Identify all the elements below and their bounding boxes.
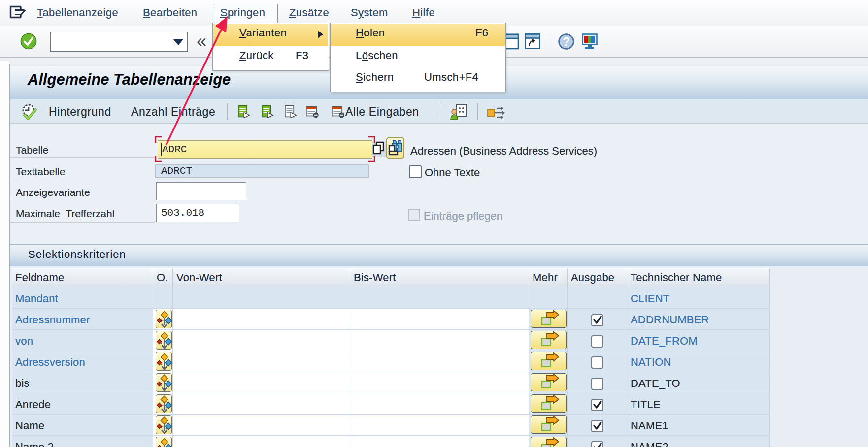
svg-text:?: ? (563, 35, 569, 48)
